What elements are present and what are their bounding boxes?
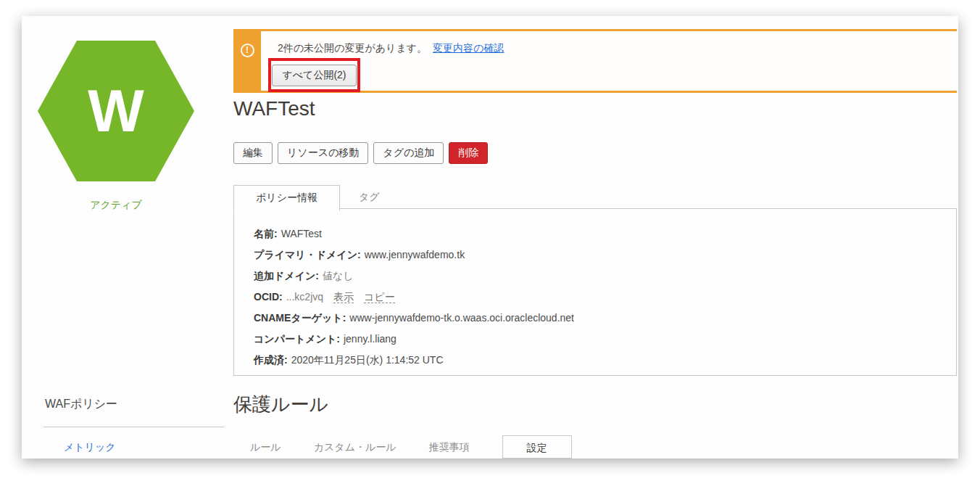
sidebar-heading-waf-policy: WAFポリシー: [45, 397, 117, 412]
sidebar-divider: [43, 427, 225, 427]
section-title-protection-rules: 保護ルール: [233, 392, 328, 417]
banner-accent-stripe: !: [233, 31, 261, 91]
field-created: 作成済:2020年11月25日(水) 1:14:52 UTC: [254, 350, 956, 371]
waf-status-hexagon: W: [38, 41, 194, 181]
edit-button[interactable]: 編集: [233, 142, 273, 164]
add-tags-button[interactable]: タグの追加: [373, 142, 444, 164]
field-additional-domains: 追加ドメイン:値なし: [254, 266, 956, 287]
field-primary-domain: プライマリ・ドメイン:www.jennywafdemo.tk: [254, 244, 956, 266]
annotation-highlight-box: すべて公開(2): [268, 58, 360, 92]
unpublished-changes-banner: ! 2件の未公開の変更があります。変更内容の確認 すべて公開(2): [233, 29, 957, 93]
field-name: 名前:WAFTest: [254, 223, 956, 244]
field-cname-target: CNAMEターゲット:www-jennywafdemo-tk.o.waas.oc…: [254, 308, 956, 329]
tab-tags[interactable]: タグ: [340, 185, 399, 210]
field-ocid: OCID:...kc2jvq表示コピー: [254, 287, 956, 308]
exclamation-circle-icon: !: [241, 44, 254, 57]
sidebar-item-metrics[interactable]: メトリック: [64, 441, 116, 454]
content-card: W アクティブ ! 2件の未公開の変更があります。変更内容の確認 すべて公開(2…: [22, 16, 958, 459]
show-ocid-link[interactable]: 表示: [333, 291, 354, 303]
tab-custom-rules[interactable]: カスタム・ルール: [314, 435, 396, 459]
resource-initial: W: [88, 81, 144, 141]
copy-ocid-link[interactable]: コピー: [364, 291, 395, 303]
info-tab-bar: ポリシー情報 タグ: [233, 185, 399, 210]
tab-rules[interactable]: ルール: [250, 435, 281, 459]
protection-rules-tab-bar: ルール カスタム・ルール 推奨事項 設定: [250, 435, 572, 459]
page-title: WAFTest: [233, 97, 315, 120]
publish-all-button[interactable]: すべて公開(2): [272, 65, 356, 86]
tab-policy-information[interactable]: ポリシー情報: [233, 185, 340, 211]
review-changes-link[interactable]: 変更内容の確認: [433, 42, 504, 54]
policy-information-panel: 名前:WAFTest プライマリ・ドメイン:www.jennywafdemo.t…: [233, 208, 957, 376]
banner-body: 2件の未公開の変更があります。変更内容の確認 すべて公開(2): [261, 31, 957, 91]
tab-settings[interactable]: 設定: [502, 435, 572, 459]
tab-recommendations[interactable]: 推奨事項: [429, 435, 470, 459]
status-badge: アクティブ: [38, 199, 194, 212]
banner-message: 2件の未公開の変更があります。: [278, 42, 427, 54]
field-compartment: コンパートメント:jenny.l.liang: [254, 329, 956, 350]
move-resource-button[interactable]: リソースの移動: [278, 142, 368, 164]
action-button-row: 編集 リソースの移動 タグの追加 削除: [233, 142, 488, 164]
delete-button[interactable]: 削除: [449, 142, 488, 164]
